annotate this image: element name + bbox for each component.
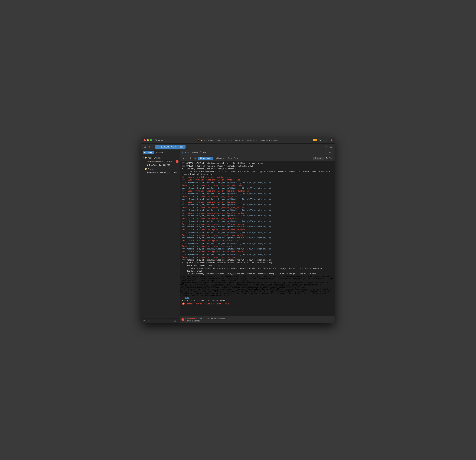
log-line-error: ld64.lld: error: undefined symbol: _avco… <box>180 228 334 231</box>
phone-icon: 📱 <box>181 151 184 154</box>
nav-next-icon[interactable]: › <box>332 151 333 154</box>
group-project: ▾ 📁 Project ↻ Update Si... Yesterday, 5:… <box>142 167 180 174</box>
sidebar-item-update[interactable]: ↻ Update Si... Yesterday, 5:30 PM <box>142 171 180 174</box>
log-line: [1289/1296] SOLINK obj/sdk/arm64/WebRTC … <box>180 165 334 168</box>
status-detail-line: 1 error, 1 warning <box>185 320 225 322</box>
log-line-error: ld64.lld: error: undefined symbol: _avco… <box>180 206 334 209</box>
log-line-error: ld64.lld: error: undefined symbol: _av_f… <box>180 195 334 198</box>
log-line-error: ld64.lld: error: undefined symbol: _av_f… <box>180 256 334 259</box>
chevron-down-icon: ▾ <box>143 168 144 170</box>
toolbar: ⊟ ‹ › 🔨 Build AppRTCMobile - Log ≡ ⊞ <box>142 144 334 150</box>
sidebar-item-run[interactable]: ▶ Run Yesterday, 6:26 PM <box>142 163 180 167</box>
settings-icon[interactable]: ⚙ <box>143 320 145 322</box>
warning-badge: ⚠ 2 <box>313 139 317 141</box>
nav-back-icon[interactable]: ‹ <box>148 145 151 149</box>
wrench-icon[interactable]: 🔧 <box>319 139 322 142</box>
build-log-tab[interactable]: 🔨 Build AppRTCMobile - Log <box>155 145 185 149</box>
app-icon: 📱 <box>197 139 200 141</box>
minimize-button[interactable] <box>147 139 149 141</box>
status-error-icon: ✕ <box>181 318 184 321</box>
log-line: [1288/1296] STAMP obj/sdk/framework_obj/… <box>180 162 334 165</box>
breadcrumb-build[interactable]: 🔨 Build <box>200 151 207 154</box>
command-failed-text: Command /bin/sh failed with exit code 1 <box>186 303 229 305</box>
log-line-error: ld64.lld: error: library not found for -… <box>180 176 334 179</box>
nav-forward-icon[interactable]: › <box>152 145 154 149</box>
sidebar-left-icon[interactable]: ⊟ <box>143 145 147 149</box>
sidebar-item-build[interactable]: 🔨 Build Yesterday, 7:09 PM ✕ <box>142 159 180 163</box>
group-project-header[interactable]: ▾ 📁 Project <box>142 167 180 171</box>
log-line-error: ld64.lld: error: undefined symbol: _avco… <box>180 190 334 192</box>
log-line: Main(sys.argv) <box>180 270 334 273</box>
group-apprtcmobile-header[interactable]: ▾ 📁 AppRTCMobile <box>142 156 180 159</box>
log-line-ref: >>> referenced by obj/modules/video_codi… <box>180 192 334 195</box>
log-line-error: ld64.lld: error: undefined symbol: _av_p… <box>180 245 334 248</box>
app-name-label: 📱 AppRTCMobile <box>197 139 214 141</box>
log-line-ref: >>> referenced by obj/modules/video_codi… <box>180 187 334 190</box>
log-line: File "/Users/main/IdeaProjects/webrtc-st… <box>180 273 334 275</box>
log-content[interactable]: [1288/1296] STAMP obj/sdk/framework_obj/… <box>180 161 334 316</box>
back-nav-icon[interactable]: ⟵ <box>326 139 329 142</box>
filter-tab-all[interactable]: All <box>181 157 187 160</box>
filter-tab-all-messages[interactable]: All Messages <box>198 157 213 160</box>
warning-triangle-icon: ⚠ <box>329 151 331 154</box>
filter-bar: All Recent All Messages All Issues Error… <box>180 155 334 161</box>
title-bar-controls: ⊟ ▶ ■ <box>155 139 163 142</box>
sidebar-toggle-icon[interactable]: ⊟ <box>155 139 157 142</box>
log-line: >>> referenced by obj/modules/video_codi… <box>180 259 334 261</box>
filter-tab-errors-only[interactable]: Errors Only <box>226 157 240 160</box>
filter-tab-recent[interactable]: Recent <box>188 157 197 160</box>
split-view-icon[interactable]: ⊞ <box>331 139 332 142</box>
by-group-button[interactable]: By Group <box>143 151 154 154</box>
add-tab-icon[interactable]: + <box>323 139 324 142</box>
log-line-ref: >>> referenced by obj/modules/video_codi… <box>180 198 334 201</box>
status-error-content: Build failed 2021/9/17, 7:10 PM 41.6 sec… <box>185 318 225 322</box>
split-view-icon[interactable]: ⊞ <box>329 145 333 149</box>
log-line-ref: >>> referenced by obj/modules/video_codi… <box>180 214 334 217</box>
filter-tab-all-issues[interactable]: All Issues <box>214 157 226 160</box>
log-less-link[interactable]: less <box>180 296 334 299</box>
maximize-button[interactable] <box>150 139 152 141</box>
breadcrumb: 📱 AppRTCMobile › 🔨 Build <box>181 151 207 154</box>
log-line-error: ld64.lld: error: undefined symbol: _avco… <box>180 234 334 237</box>
log-line-error: ld64.lld: error: undefined symbol: _av_b… <box>180 223 334 226</box>
plus-icon[interactable]: + <box>177 320 178 322</box>
command-error-icon: ✕ <box>182 303 185 305</box>
close-button[interactable] <box>144 139 146 141</box>
sidebar-bottom: ⚙ Filter ☰ + <box>142 318 180 323</box>
log-line: Traceback (most recent call last): <box>180 264 334 267</box>
log-line: clang++: error: linker command failed wi… <box>180 261 334 264</box>
export-button[interactable]: Export... <box>313 157 324 160</box>
sidebar-tree: ▾ 📁 AppRTCMobile 🔨 Build Yesterday, 7:09… <box>142 155 180 318</box>
hammer-icon: 🔨 <box>147 160 150 162</box>
log-line: File "/Users/main/IdeaProjects/webrtc-st… <box>180 267 334 270</box>
list-icon[interactable]: ☰ <box>174 320 176 322</box>
log-line-error: ld64.lld: error: undefined symbol: _av_b… <box>180 179 334 181</box>
sidebar: By Group By Time ▾ 📁 AppRTCMobile 🔨 Buil… <box>142 150 180 323</box>
by-time-button[interactable]: By Time <box>155 151 165 154</box>
hammer-icon: 🔨 <box>200 151 202 154</box>
issue-nav-bar: 📱 AppRTCMobile › 🔨 Build ‹ ⚠ › <box>180 150 334 155</box>
nav-prev-icon[interactable]: ‹ <box>327 151 327 154</box>
log-ninja-line: ninja: build stopped: subcommand failed. <box>180 299 334 302</box>
issue-nav-right: ‹ ⚠ › <box>327 151 333 154</box>
title-bar-right: ⚠ 2 🔧 + ⟵ ⊞ <box>313 139 332 142</box>
breadcrumb-apprtcmobile[interactable]: 📱 AppRTCMobile <box>181 151 198 154</box>
status-build-result: Build failed 2021/9/17, 7:10 PM 41.6 sec… <box>185 318 225 320</box>
log-line-ref: >>> referenced by obj/modules/video_codi… <box>180 231 334 234</box>
toolbar-right: ≡ ⊞ <box>324 145 333 149</box>
log-line-ref: >>> referenced by obj/modules/video_codi… <box>180 220 334 223</box>
stop-icon[interactable]: ■ <box>161 139 163 142</box>
log-line-ref: >>> referenced by obj/modules/video_codi… <box>180 237 334 239</box>
breadcrumb-arrow: › <box>198 152 199 153</box>
main-window: ⊟ ▶ ■ 📱 AppRTCMobile › Main's iPhone all… <box>142 137 334 323</box>
menu-icon[interactable]: ≡ <box>324 145 328 149</box>
log-line-ref: >>> referenced by obj/modules/video_codi… <box>180 253 334 256</box>
log-line-ref: >>> referenced by obj/modules/video_codi… <box>180 247 334 250</box>
log-line-ref: >>> referenced by obj/modules/video_codi… <box>180 225 334 228</box>
status-label: all | Build AppRTCMobile: Failed | Yeste… <box>230 139 278 141</box>
play-icon[interactable]: ▶ <box>158 139 160 142</box>
breadcrumb-arrow: › <box>215 139 215 141</box>
status-error: ✕ Build failed 2021/9/17, 7:10 PM 41.6 s… <box>181 318 225 322</box>
error-badge: ✕ <box>176 160 178 163</box>
log-line-ref: >>> referenced by obj/modules/video_codi… <box>180 242 334 245</box>
